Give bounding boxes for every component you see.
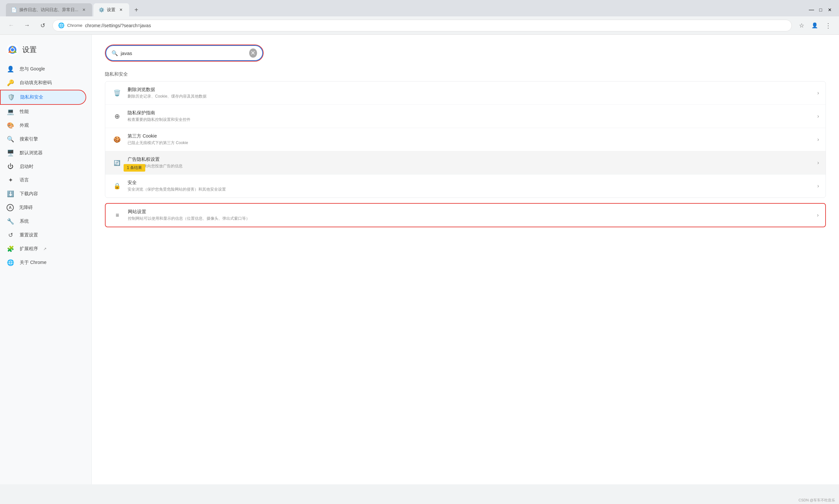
privacy-guide-chevron: › [817,113,819,119]
sidebar-label-privacy: 隐私和安全 [20,94,43,100]
sidebar-label-startup: 启动时 [20,164,33,169]
bookmark-icon: ☆ [799,22,804,29]
downloads-icon: ⬇️ [6,190,14,197]
toolbar-actions: ☆ 👤 ⋮ [796,20,834,32]
sidebar-label-autofill: 自动填充和密码 [20,80,52,86]
security-title: 安全 [127,180,812,186]
external-link-icon: ↗ [43,247,47,251]
refresh-icon: ↺ [40,22,45,29]
address-field[interactable]: 🌐 Chrome chrome://settings/?search=javas [52,20,792,32]
sidebar-item-autofill[interactable]: 🔑 自动填充和密码 [0,76,86,90]
tab2-favicon: ⚙️ [99,7,104,13]
site-settings-content: 网站设置 控制网站可以使用和显示的信息（位置信息、摄像头、弹出式窗口等） [128,209,812,221]
settings-item-clear-browsing[interactable]: 🗑️ 删除浏览数据 删除历史记录、Cookie、缓存内容及其他数据 › [105,82,825,105]
settings-search-box[interactable]: 🔍 ✕ [106,45,263,61]
site-settings-chevron: › [817,212,819,218]
bookmark-button[interactable]: ☆ [796,20,807,32]
extensions-icon: 🧩 [6,245,14,252]
search-icon: 🔍 [112,50,118,56]
sidebar: 设置 👤 您与 Google 🔑 自动填充和密码 🛡️ 隐私和安全 💻 性能 🎨… [0,35,92,484]
settings-item-ad-privacy[interactable]: 🔄 广告隐私权设置 网站可用来向您投放广告的信息 1 条结果 › [105,151,825,175]
search-input[interactable] [121,50,246,56]
sidebar-label-appearance: 外观 [20,123,29,128]
cookie-icon: 🍪 [112,134,122,145]
sidebar-label-system: 系统 [20,218,29,224]
sidebar-item-extensions[interactable]: 🧩 扩展程序 ↗ [0,242,86,256]
settings-item-cookie[interactable]: 🍪 第三方 Cookie 已阻止无痕模式下的第三方 Cookie › [105,128,825,151]
svg-point-3 [11,48,14,51]
chrome-label: Chrome [67,23,82,28]
sidebar-item-about[interactable]: 🌐 关于 Chrome [0,256,86,270]
security-desc: 安全浏览（保护您免受危险网站的侵害）和其他安全设置 [127,187,812,192]
sidebar-label-downloads: 下载内容 [20,191,38,197]
main-content: 🔍 ✕ 隐私和安全 🗑️ 删除浏览数据 删除历史记录、Cookie、缓存内容及其… [92,35,839,484]
ad-privacy-badge: 1 条结果 [124,164,145,172]
tab-active[interactable]: ⚙️ 设置 ✕ [93,3,129,16]
cookie-chevron: › [817,137,819,142]
clear-browsing-chevron: › [817,90,819,96]
tab-bar: 📄 操作日志、访问日志、异常日... ✕ ⚙️ 设置 ✕ + — □ ✕ [0,0,839,16]
tab-inactive[interactable]: 📄 操作日志、访问日志、异常日... ✕ [6,3,92,16]
privacy-guide-title: 隐私保护指南 [127,110,812,116]
profile-button[interactable]: 👤 [809,20,821,32]
close-window-button[interactable]: ✕ [826,6,833,13]
site-settings-title: 网站设置 [128,209,812,215]
bottom-bar-text: CSDN @车车不吃音乐 [799,498,835,502]
security-icon: 🔒 [112,181,122,191]
sidebar-item-reset[interactable]: ↺ 重置设置 [0,228,86,242]
tab1-label: 操作日志、访问日志、异常日... [19,7,79,13]
autofill-icon: 🔑 [6,79,14,87]
settings-item-site-settings[interactable]: ≡ 网站设置 控制网站可以使用和显示的信息（位置信息、摄像头、弹出式窗口等） › [106,204,825,227]
menu-button[interactable]: ⋮ [822,20,834,32]
sidebar-label-default-browser: 默认浏览器 [20,150,42,156]
settings-item-privacy-guide[interactable]: ⊕ 隐私保护指南 检查重要的隐私控制设置和安全控件 › [105,105,825,128]
new-tab-button[interactable]: + [131,4,142,16]
clear-browsing-title: 删除浏览数据 [127,87,812,93]
clear-browsing-desc: 删除历史记录、Cookie、缓存内容及其他数据 [127,94,812,99]
privacy-icon: 🛡️ [7,94,15,101]
google-account-icon: 👤 [6,66,14,73]
security-chevron: › [817,183,819,189]
sidebar-item-downloads[interactable]: ⬇️ 下载内容 [0,187,86,201]
sidebar-item-privacy[interactable]: 🛡️ 隐私和安全 [0,90,86,105]
search-container: 🔍 ✕ [105,44,826,61]
bottom-bar: CSDN @车车不吃音乐 [795,497,839,504]
sidebar-item-google-account[interactable]: 👤 您与 Google [0,62,86,76]
sidebar-header: 设置 [0,41,91,62]
search-clear-button[interactable]: ✕ [249,49,257,58]
security-content: 安全 安全浏览（保护您免受危险网站的侵害）和其他安全设置 [127,180,812,192]
default-browser-icon: 🖥️ [6,149,14,157]
sidebar-item-default-browser[interactable]: 🖥️ 默认浏览器 [0,146,86,160]
sidebar-label-performance: 性能 [20,109,29,114]
ad-privacy-icon: 🔄 [112,158,122,168]
page-layout: 设置 👤 您与 Google 🔑 自动填充和密码 🛡️ 隐私和安全 💻 性能 🎨… [0,35,839,484]
privacy-guide-desc: 检查重要的隐私控制设置和安全控件 [127,117,812,123]
sidebar-item-accessibility[interactable]: A 无障碍 [0,201,86,215]
sidebar-item-language[interactable]: ✦ 语言 [0,173,86,187]
maximize-button[interactable]: □ [817,6,824,13]
back-icon: ← [8,22,14,29]
forward-button[interactable]: → [21,20,33,32]
site-settings-badge: 2 条结果 [124,227,145,227]
sidebar-item-search[interactable]: 🔍 搜索引擎 [0,132,86,146]
clear-browsing-content: 删除浏览数据 删除历史记录、Cookie、缓存内容及其他数据 [127,87,812,99]
clear-browsing-icon: 🗑️ [112,88,122,98]
settings-item-security[interactable]: 🔒 安全 安全浏览（保护您免受危险网站的侵害）和其他安全设置 › [105,175,825,197]
site-settings-icon: ≡ [112,210,123,220]
site-icon: 🌐 [58,22,65,29]
tab1-close[interactable]: ✕ [81,7,87,13]
minimize-button[interactable]: — [808,6,815,13]
language-icon: ✦ [6,177,14,184]
sidebar-item-startup[interactable]: ⏻ 启动时 [0,160,86,173]
ad-privacy-chevron: › [817,160,819,166]
tab2-close[interactable]: ✕ [118,7,124,13]
sidebar-item-appearance[interactable]: 🎨 外观 [0,119,86,132]
sidebar-item-system[interactable]: 🔧 系统 [0,215,86,228]
reset-icon: ↺ [6,232,14,239]
cookie-content: 第三方 Cookie 已阻止无痕模式下的第三方 Cookie [127,133,812,146]
refresh-button[interactable]: ↺ [37,20,49,32]
profile-icon: 👤 [811,22,818,29]
back-button[interactable]: ← [5,20,17,32]
sidebar-item-performance[interactable]: 💻 性能 [0,105,86,119]
ad-privacy-desc: 网站可用来向您投放广告的信息 [127,163,812,169]
